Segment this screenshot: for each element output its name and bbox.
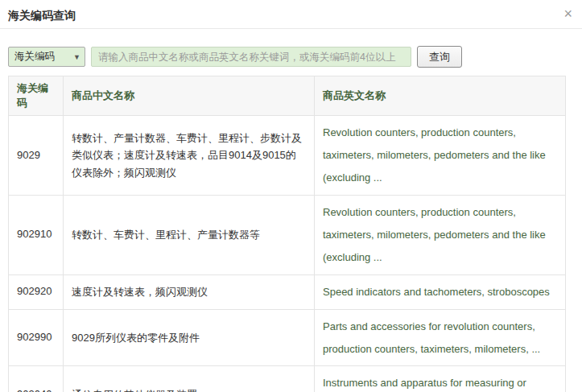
cn-name-cell: 通信专用的其他仪器及装置 bbox=[64, 366, 315, 392]
table-row[interactable]: 902920 速度计及转速表，频闪观测仪 Speed indicators an… bbox=[9, 274, 566, 309]
hs-code-cell: 902920 bbox=[9, 274, 64, 309]
table-header-row: 海关编码 商品中文名称 商品英文名称 bbox=[9, 76, 566, 116]
cn-name-cell: 9029所列仪表的零件及附件 bbox=[64, 309, 315, 366]
header-cn-name: 商品中文名称 bbox=[64, 76, 315, 116]
table-row[interactable]: 9029 转数计、产量计数器、车费计、里程计、步数计及类似仪表；速度计及转速表，… bbox=[9, 116, 566, 196]
en-name-cell: Revolution counters, production counters… bbox=[315, 116, 566, 196]
modal-header: 海关编码查询 × bbox=[0, 0, 582, 29]
search-input[interactable] bbox=[91, 47, 411, 67]
en-name-cell: Parts and accessories for revolution cou… bbox=[315, 309, 566, 366]
table-row[interactable]: 902990 9029所列仪表的零件及附件 Parts and accessor… bbox=[9, 309, 566, 366]
table-row[interactable]: 903040 通信专用的其他仪器及装置 Instruments and appa… bbox=[9, 366, 566, 392]
table-row[interactable]: 902910 转数计、车费计、里程计、产量计数器等 Revolution cou… bbox=[9, 195, 566, 274]
en-name-cell: Speed indicators and tachometers, strobo… bbox=[315, 274, 566, 309]
results-table: 海关编码 商品中文名称 商品英文名称 9029 转数计、产量计数器、车费计、里程… bbox=[8, 76, 566, 392]
search-bar: 海关编码 ▼ 查询 bbox=[8, 46, 574, 68]
table-body: 9029 转数计、产量计数器、车费计、里程计、步数计及类似仪表；速度计及转速表，… bbox=[9, 116, 566, 392]
header-hs-code: 海关编码 bbox=[9, 76, 64, 116]
query-button[interactable]: 查询 bbox=[417, 46, 462, 68]
search-category-select[interactable]: 海关编码 ▼ bbox=[8, 47, 85, 67]
search-category-value: 海关编码 bbox=[14, 50, 55, 64]
chevron-down-icon: ▼ bbox=[73, 53, 80, 61]
cn-name-cell: 速度计及转速表，频闪观测仪 bbox=[64, 274, 315, 309]
cn-name-cell: 转数计、车费计、里程计、产量计数器等 bbox=[64, 195, 315, 274]
modal-title: 海关编码查询 bbox=[8, 9, 76, 22]
hs-code-cell: 903040 bbox=[9, 366, 64, 392]
hs-code-cell: 9029 bbox=[9, 116, 64, 196]
en-name-cell: Instruments and apparatus for measuring … bbox=[315, 366, 566, 392]
header-en-name: 商品英文名称 bbox=[315, 76, 566, 116]
hs-code-cell: 902990 bbox=[9, 309, 64, 366]
hs-code-cell: 902910 bbox=[9, 195, 64, 274]
en-name-cell: Revolution counters, production counters… bbox=[315, 195, 566, 274]
close-icon[interactable]: × bbox=[560, 5, 576, 23]
cn-name-cell: 转数计、产量计数器、车费计、里程计、步数计及类似仪表；速度计及转速表，品目901… bbox=[64, 116, 315, 196]
